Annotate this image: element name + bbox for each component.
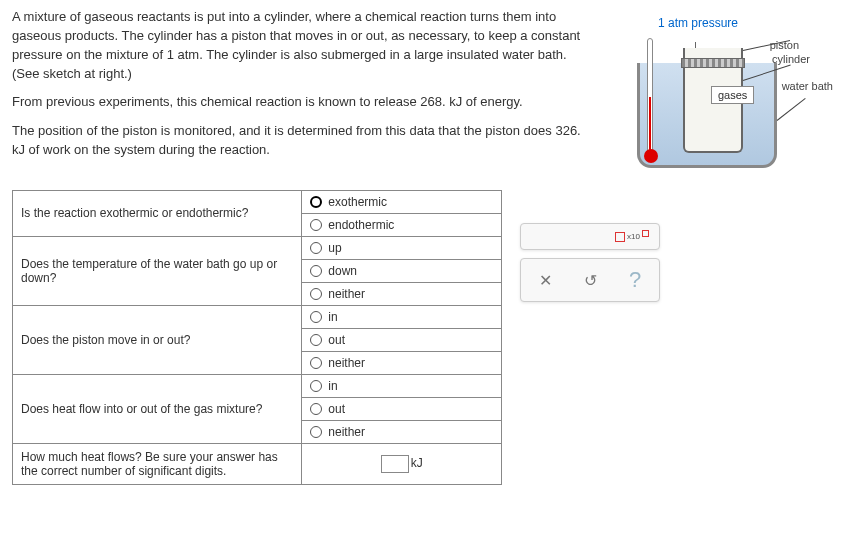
radio-option[interactable]: neither	[302, 283, 501, 305]
question-text: How much heat flows? Be sure your answer…	[13, 443, 302, 484]
problem-p3: The position of the piston is monitored,…	[12, 122, 592, 160]
close-button[interactable]: ✕	[533, 271, 557, 290]
answer-cell: exothermicendothermic	[302, 190, 502, 236]
question-text: Is the reaction exothermic or endothermi…	[13, 190, 302, 236]
gases-label: gases	[711, 86, 754, 104]
numeric-input[interactable]	[381, 455, 409, 473]
pressure-label: 1 atm pressure	[658, 16, 738, 30]
radio-label: neither	[328, 287, 365, 301]
radio-option[interactable]: exothermic	[302, 191, 501, 214]
radio-option[interactable]: in	[302, 306, 501, 329]
scientific-notation-button[interactable]: x10	[615, 230, 649, 243]
answer-cell: kJ	[302, 443, 502, 484]
radio-label: neither	[328, 425, 365, 439]
radio-option[interactable]: out	[302, 398, 501, 421]
radio-icon	[310, 334, 322, 346]
radio-icon	[310, 426, 322, 438]
radio-icon	[310, 265, 322, 277]
radio-option[interactable]: up	[302, 237, 501, 260]
radio-label: exothermic	[328, 195, 387, 209]
radio-icon	[310, 403, 322, 415]
answer-cell: inoutneither	[302, 374, 502, 443]
help-button[interactable]: ?	[623, 267, 647, 293]
radio-icon	[310, 357, 322, 369]
cylinder-label: cylinder	[772, 53, 810, 65]
radio-label: out	[328, 333, 345, 347]
question-text: Does the piston move in or out?	[13, 305, 302, 374]
radio-label: in	[328, 379, 337, 393]
problem-p2: From previous experiments, this chemical…	[12, 93, 592, 112]
radio-label: in	[328, 310, 337, 324]
x10-label: x10	[627, 232, 640, 241]
question-text: Does heat flow into or out of the gas mi…	[13, 374, 302, 443]
radio-icon	[310, 219, 322, 231]
placeholder-icon	[615, 232, 625, 242]
question-text: Does the temperature of the water bath g…	[13, 236, 302, 305]
radio-icon	[310, 311, 322, 323]
radio-icon	[310, 196, 322, 208]
radio-label: down	[328, 264, 357, 278]
piston-shape	[681, 58, 745, 68]
problem-p1: A mixture of gaseous reactants is put in…	[12, 8, 592, 83]
radio-label: endothermic	[328, 218, 394, 232]
format-box: x10	[520, 223, 660, 250]
waterbath-label: water bath	[782, 80, 833, 92]
radio-label: up	[328, 241, 341, 255]
radio-label: out	[328, 402, 345, 416]
question-table: Is the reaction exothermic or endothermi…	[12, 190, 502, 485]
diagram: 1 atm pressure ↓ gases piston cylinder w…	[603, 8, 833, 178]
radio-option[interactable]: out	[302, 329, 501, 352]
action-box: ✕ ↺ ?	[520, 258, 660, 302]
radio-label: neither	[328, 356, 365, 370]
piston-label: piston	[770, 39, 799, 51]
radio-icon	[310, 288, 322, 300]
radio-option[interactable]: neither	[302, 421, 501, 443]
answer-toolbar: x10 ✕ ↺ ?	[520, 223, 660, 302]
radio-icon	[310, 242, 322, 254]
answer-cell: inoutneither	[302, 305, 502, 374]
radio-icon	[310, 380, 322, 392]
unit-label: kJ	[411, 456, 423, 470]
radio-option[interactable]: in	[302, 375, 501, 398]
radio-option[interactable]: down	[302, 260, 501, 283]
thermometer-icon	[647, 38, 653, 158]
problem-statement: A mixture of gaseous reactants is put in…	[12, 8, 592, 160]
exponent-icon	[642, 230, 649, 237]
radio-option[interactable]: neither	[302, 352, 501, 374]
answer-cell: updownneither	[302, 236, 502, 305]
leader-line	[777, 98, 806, 121]
reset-button[interactable]: ↺	[578, 271, 602, 290]
radio-option[interactable]: endothermic	[302, 214, 501, 236]
